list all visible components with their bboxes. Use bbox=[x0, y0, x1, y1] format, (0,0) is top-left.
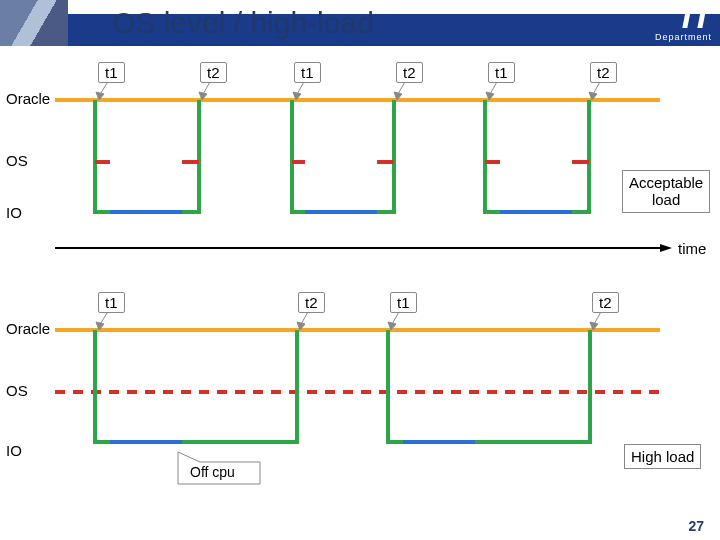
logo-dept: Department bbox=[649, 32, 712, 42]
highload-box: High load bbox=[624, 444, 701, 469]
bottom-diagram: Oracle OS IO t1 t2 t1 t2 Off cpu High lo… bbox=[0, 282, 720, 512]
t1-top-3: t1 bbox=[488, 62, 515, 83]
t2-top-3: t2 bbox=[590, 62, 617, 83]
logo-it: IT bbox=[682, 0, 712, 35]
header-photo bbox=[0, 0, 68, 46]
t1-bot-2: t1 bbox=[390, 292, 417, 313]
top-diagram: Oracle OS IO time t1 t2 t1 t2 t1 t2 Acce… bbox=[0, 52, 720, 282]
svg-marker-2 bbox=[660, 244, 672, 252]
offcpu-label: Off cpu bbox=[190, 464, 235, 480]
label-time: time bbox=[678, 240, 706, 257]
logo-cern: CERN bbox=[649, 2, 681, 13]
t1-bot-1: t1 bbox=[98, 292, 125, 313]
label-os-bot: OS bbox=[6, 382, 28, 399]
label-io-bot: IO bbox=[6, 442, 22, 459]
header: OS level / high-load CERNIT Department bbox=[0, 0, 720, 52]
label-oracle-top: Oracle bbox=[6, 90, 50, 107]
t2-top-2: t2 bbox=[396, 62, 423, 83]
t2-bot-1: t2 bbox=[298, 292, 325, 313]
page-title: OS level / high-load bbox=[112, 6, 374, 40]
page-number: 27 bbox=[688, 518, 704, 534]
acceptable-load-box: Acceptable load bbox=[622, 170, 710, 213]
t1-top-1: t1 bbox=[98, 62, 125, 83]
logo: CERNIT Department bbox=[649, 2, 712, 42]
t2-bot-2: t2 bbox=[592, 292, 619, 313]
label-io-top: IO bbox=[6, 204, 22, 221]
t2-top-1: t2 bbox=[200, 62, 227, 83]
label-oracle-bot: Oracle bbox=[6, 320, 50, 337]
label-os-top: OS bbox=[6, 152, 28, 169]
t1-top-2: t1 bbox=[294, 62, 321, 83]
